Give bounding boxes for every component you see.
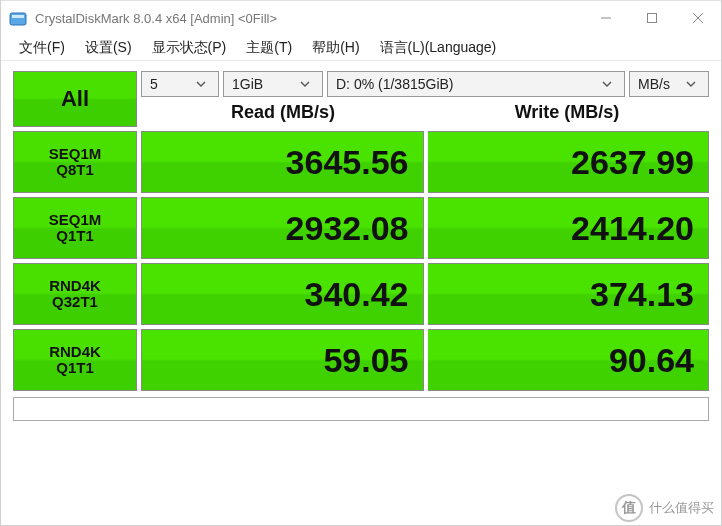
drive-select[interactable]: D: 0% (1/3815GiB) (327, 71, 625, 97)
svg-rect-1 (12, 15, 24, 18)
minimize-button[interactable] (583, 1, 629, 35)
test-button-rnd4k-q1t1[interactable]: RND4K Q1T1 (13, 329, 137, 391)
read-value: 59.05 (141, 329, 424, 391)
write-value: 2637.99 (428, 131, 710, 193)
test-label-line1: RND4K (49, 344, 101, 360)
test-label-line2: Q1T1 (56, 228, 94, 244)
test-row-rnd4k-q1t1: RND4K Q1T1 59.05 90.64 (13, 329, 709, 391)
chevron-down-icon (192, 81, 210, 87)
menu-settings[interactable]: 设置(S) (77, 37, 140, 59)
write-header: Write (MB/s) (425, 99, 709, 125)
count-value: 5 (150, 76, 158, 92)
test-button-rnd4k-q32t1[interactable]: RND4K Q32T1 (13, 263, 137, 325)
write-value: 374.13 (428, 263, 710, 325)
read-header: Read (MB/s) (141, 99, 425, 125)
menu-file[interactable]: 文件(F) (11, 37, 73, 59)
chevron-down-icon (682, 81, 700, 87)
watermark-badge: 值 (615, 494, 643, 522)
menu-language[interactable]: 语言(L)(Language) (372, 37, 505, 59)
test-label-line1: RND4K (49, 278, 101, 294)
content-area: All 5 1GiB D: 0% (1/3815GiB) (1, 61, 721, 525)
status-bar (13, 397, 709, 421)
read-value: 2932.08 (141, 197, 424, 259)
watermark: 值 什么值得买 (615, 494, 714, 522)
svg-rect-0 (10, 13, 26, 25)
chevron-down-icon (598, 81, 616, 87)
write-value: 2414.20 (428, 197, 710, 259)
test-button-seq1m-q8t1[interactable]: SEQ1M Q8T1 (13, 131, 137, 193)
watermark-text: 什么值得买 (649, 499, 714, 517)
app-icon (9, 9, 27, 27)
test-row-seq1m-q8t1: SEQ1M Q8T1 3645.56 2637.99 (13, 131, 709, 193)
svg-rect-3 (648, 14, 657, 23)
window-controls (583, 1, 721, 35)
menubar: 文件(F) 设置(S) 显示状态(P) 主题(T) 帮助(H) 语言(L)(La… (1, 35, 721, 61)
test-label-line2: Q32T1 (52, 294, 98, 310)
unit-value: MB/s (638, 76, 670, 92)
header-row: Read (MB/s) Write (MB/s) (141, 99, 709, 125)
test-label-line1: SEQ1M (49, 212, 102, 228)
app-window: CrystalDiskMark 8.0.4 x64 [Admin] <0Fill… (0, 0, 722, 526)
test-row-seq1m-q1t1: SEQ1M Q1T1 2932.08 2414.20 (13, 197, 709, 259)
menu-theme[interactable]: 主题(T) (238, 37, 300, 59)
unit-select[interactable]: MB/s (629, 71, 709, 97)
write-value: 90.64 (428, 329, 710, 391)
window-title: CrystalDiskMark 8.0.4 x64 [Admin] <0Fill… (35, 11, 277, 26)
control-row: All 5 1GiB D: 0% (1/3815GiB) (13, 71, 709, 127)
read-value: 340.42 (141, 263, 424, 325)
close-button[interactable] (675, 1, 721, 35)
menu-help[interactable]: 帮助(H) (304, 37, 367, 59)
menu-display-state[interactable]: 显示状态(P) (144, 37, 235, 59)
read-value: 3645.56 (141, 131, 424, 193)
test-label-line2: Q1T1 (56, 360, 94, 376)
test-row-rnd4k-q32t1: RND4K Q32T1 340.42 374.13 (13, 263, 709, 325)
size-value: 1GiB (232, 76, 263, 92)
drive-value: D: 0% (1/3815GiB) (336, 76, 454, 92)
all-button-label: All (61, 86, 89, 112)
count-select[interactable]: 5 (141, 71, 219, 97)
maximize-button[interactable] (629, 1, 675, 35)
all-button[interactable]: All (13, 71, 137, 127)
test-label-line1: SEQ1M (49, 146, 102, 162)
titlebar: CrystalDiskMark 8.0.4 x64 [Admin] <0Fill… (1, 1, 721, 35)
chevron-down-icon (296, 81, 314, 87)
size-select[interactable]: 1GiB (223, 71, 323, 97)
test-label-line2: Q8T1 (56, 162, 94, 178)
selectors: 5 1GiB D: 0% (1/3815GiB) MB/s (141, 71, 709, 127)
test-button-seq1m-q1t1[interactable]: SEQ1M Q1T1 (13, 197, 137, 259)
